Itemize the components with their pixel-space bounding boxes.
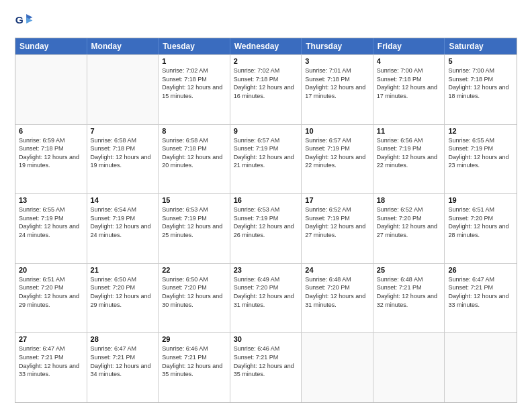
day-cell-19: 19Sunrise: 6:51 AMSunset: 7:20 PMDayligh… <box>445 194 517 263</box>
day-info: Sunrise: 6:52 AMSunset: 7:19 PMDaylight:… <box>305 205 369 239</box>
day-cell-9: 9Sunrise: 6:57 AMSunset: 7:19 PMDaylight… <box>230 125 302 194</box>
day-info: Sunrise: 7:02 AMSunset: 7:18 PMDaylight:… <box>234 66 298 100</box>
week-row-2: 6Sunrise: 6:59 AMSunset: 7:18 PMDaylight… <box>15 124 517 194</box>
day-info: Sunrise: 6:57 AMSunset: 7:19 PMDaylight:… <box>234 136 298 170</box>
day-cell-empty <box>445 333 517 402</box>
day-cell-14: 14Sunrise: 6:54 AMSunset: 7:19 PMDayligh… <box>87 194 159 263</box>
day-cell-12: 12Sunrise: 6:55 AMSunset: 7:19 PMDayligh… <box>445 125 517 194</box>
day-number: 9 <box>234 127 298 135</box>
svg-text:G: G <box>15 14 24 26</box>
day-number: 4 <box>377 57 441 65</box>
day-info: Sunrise: 6:55 AMSunset: 7:19 PMDaylight:… <box>19 205 83 239</box>
day-cell-2: 2Sunrise: 7:02 AMSunset: 7:18 PMDaylight… <box>230 55 302 124</box>
day-info: Sunrise: 6:47 AMSunset: 7:21 PMDaylight:… <box>19 345 83 378</box>
day-info: Sunrise: 6:47 AMSunset: 7:21 PMDaylight:… <box>448 275 513 309</box>
day-cell-16: 16Sunrise: 6:53 AMSunset: 7:19 PMDayligh… <box>230 194 302 263</box>
day-number: 16 <box>234 196 298 204</box>
day-info: Sunrise: 6:48 AMSunset: 7:20 PMDaylight:… <box>305 275 369 309</box>
day-info: Sunrise: 6:55 AMSunset: 7:19 PMDaylight:… <box>448 136 513 170</box>
day-cell-10: 10Sunrise: 6:57 AMSunset: 7:19 PMDayligh… <box>302 125 373 194</box>
day-cell-30: 30Sunrise: 6:46 AMSunset: 7:21 PMDayligh… <box>230 333 302 402</box>
day-info: Sunrise: 6:58 AMSunset: 7:18 PMDaylight:… <box>91 136 155 170</box>
day-cell-21: 21Sunrise: 6:50 AMSunset: 7:20 PMDayligh… <box>87 264 159 333</box>
day-cell-18: 18Sunrise: 6:52 AMSunset: 7:20 PMDayligh… <box>373 194 445 263</box>
day-number: 27 <box>19 335 83 343</box>
day-cell-5: 5Sunrise: 7:00 AMSunset: 7:18 PMDaylight… <box>445 55 517 124</box>
day-number: 7 <box>91 127 155 135</box>
logo-icon: G <box>15 12 34 31</box>
day-info: Sunrise: 6:49 AMSunset: 7:20 PMDaylight:… <box>234 275 298 309</box>
day-number: 23 <box>234 266 298 274</box>
day-number: 15 <box>162 196 226 204</box>
day-info: Sunrise: 6:57 AMSunset: 7:19 PMDaylight:… <box>305 136 369 170</box>
day-number: 18 <box>377 196 441 204</box>
day-number: 17 <box>305 196 369 204</box>
day-info: Sunrise: 6:53 AMSunset: 7:19 PMDaylight:… <box>162 205 226 239</box>
day-number: 8 <box>162 127 226 135</box>
day-info: Sunrise: 6:48 AMSunset: 7:21 PMDaylight:… <box>377 275 441 309</box>
day-cell-empty <box>15 55 87 124</box>
day-info: Sunrise: 6:47 AMSunset: 7:21 PMDaylight:… <box>91 345 155 378</box>
header-thursday: Thursday <box>302 38 373 54</box>
day-cell-empty <box>87 55 159 124</box>
day-info: Sunrise: 6:51 AMSunset: 7:20 PMDaylight:… <box>448 205 513 239</box>
day-cell-1: 1Sunrise: 7:02 AMSunset: 7:18 PMDaylight… <box>159 55 230 124</box>
day-info: Sunrise: 6:59 AMSunset: 7:18 PMDaylight:… <box>19 136 83 170</box>
day-info: Sunrise: 6:56 AMSunset: 7:19 PMDaylight:… <box>377 136 441 170</box>
day-number: 14 <box>91 196 155 204</box>
day-number: 5 <box>448 57 513 65</box>
header-wednesday: Wednesday <box>230 38 302 54</box>
day-number: 19 <box>448 196 513 204</box>
day-cell-29: 29Sunrise: 6:46 AMSunset: 7:21 PMDayligh… <box>159 333 230 402</box>
day-cell-6: 6Sunrise: 6:59 AMSunset: 7:18 PMDaylight… <box>15 125 87 194</box>
day-info: Sunrise: 6:51 AMSunset: 7:20 PMDaylight:… <box>19 275 83 309</box>
day-info: Sunrise: 6:58 AMSunset: 7:18 PMDaylight:… <box>162 136 226 170</box>
logo: G <box>15 12 36 31</box>
day-info: Sunrise: 7:00 AMSunset: 7:18 PMDaylight:… <box>448 66 513 100</box>
week-row-5: 27Sunrise: 6:47 AMSunset: 7:21 PMDayligh… <box>15 332 517 402</box>
header-friday: Friday <box>373 38 445 54</box>
day-number: 11 <box>377 127 441 135</box>
day-info: Sunrise: 6:50 AMSunset: 7:20 PMDaylight:… <box>162 275 226 309</box>
day-number: 20 <box>19 266 83 274</box>
day-cell-15: 15Sunrise: 6:53 AMSunset: 7:19 PMDayligh… <box>159 194 230 263</box>
day-cell-25: 25Sunrise: 6:48 AMSunset: 7:21 PMDayligh… <box>373 264 445 333</box>
header-saturday: Saturday <box>445 38 517 54</box>
day-number: 28 <box>91 335 155 343</box>
day-cell-13: 13Sunrise: 6:55 AMSunset: 7:19 PMDayligh… <box>15 194 87 263</box>
day-number: 13 <box>19 196 83 204</box>
day-number: 25 <box>377 266 441 274</box>
day-info: Sunrise: 6:46 AMSunset: 7:21 PMDaylight:… <box>234 345 298 378</box>
day-info: Sunrise: 6:52 AMSunset: 7:20 PMDaylight:… <box>377 205 441 239</box>
day-info: Sunrise: 6:54 AMSunset: 7:19 PMDaylight:… <box>91 205 155 239</box>
day-info: Sunrise: 7:01 AMSunset: 7:18 PMDaylight:… <box>305 66 369 100</box>
day-info: Sunrise: 7:02 AMSunset: 7:18 PMDaylight:… <box>162 66 226 100</box>
calendar-body: 1Sunrise: 7:02 AMSunset: 7:18 PMDaylight… <box>15 54 517 402</box>
day-cell-7: 7Sunrise: 6:58 AMSunset: 7:18 PMDaylight… <box>87 125 159 194</box>
calendar: SundayMondayTuesdayWednesdayThursdayFrid… <box>15 38 517 403</box>
day-number: 12 <box>448 127 513 135</box>
day-cell-20: 20Sunrise: 6:51 AMSunset: 7:20 PMDayligh… <box>15 264 87 333</box>
day-cell-24: 24Sunrise: 6:48 AMSunset: 7:20 PMDayligh… <box>302 264 373 333</box>
day-cell-26: 26Sunrise: 6:47 AMSunset: 7:21 PMDayligh… <box>445 264 517 333</box>
day-cell-4: 4Sunrise: 7:00 AMSunset: 7:18 PMDaylight… <box>373 55 445 124</box>
day-cell-11: 11Sunrise: 6:56 AMSunset: 7:19 PMDayligh… <box>373 125 445 194</box>
header-monday: Monday <box>87 38 159 54</box>
day-number: 3 <box>305 57 369 65</box>
day-cell-3: 3Sunrise: 7:01 AMSunset: 7:18 PMDaylight… <box>302 55 373 124</box>
day-number: 10 <box>305 127 369 135</box>
calendar-header: SundayMondayTuesdayWednesdayThursdayFrid… <box>15 38 517 54</box>
week-row-4: 20Sunrise: 6:51 AMSunset: 7:20 PMDayligh… <box>15 263 517 333</box>
day-info: Sunrise: 6:50 AMSunset: 7:20 PMDaylight:… <box>91 275 155 309</box>
day-cell-23: 23Sunrise: 6:49 AMSunset: 7:20 PMDayligh… <box>230 264 302 333</box>
day-info: Sunrise: 6:53 AMSunset: 7:19 PMDaylight:… <box>234 205 298 239</box>
day-number: 6 <box>19 127 83 135</box>
week-row-1: 1Sunrise: 7:02 AMSunset: 7:18 PMDaylight… <box>15 54 517 124</box>
day-number: 21 <box>91 266 155 274</box>
day-info: Sunrise: 6:46 AMSunset: 7:21 PMDaylight:… <box>162 345 226 378</box>
header-tuesday: Tuesday <box>159 38 230 54</box>
header-sunday: Sunday <box>15 38 87 54</box>
day-cell-empty <box>302 333 373 402</box>
day-number: 22 <box>162 266 226 274</box>
day-number: 1 <box>162 57 226 65</box>
